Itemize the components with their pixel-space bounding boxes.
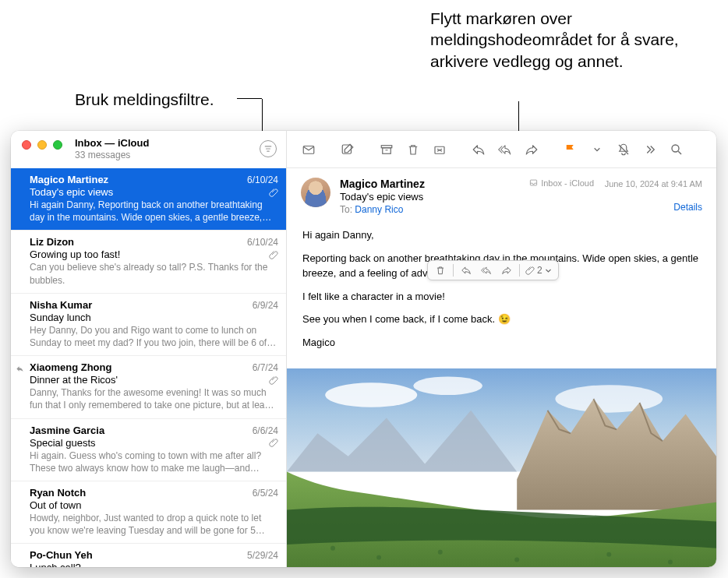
msg-preview: Can you believe she's already so tall? P… <box>30 261 278 286</box>
flag-menu-button[interactable] <box>586 140 608 159</box>
message-list-item[interactable]: Nisha Kumar6/9/24Sunday lunchHey Danny, … <box>11 294 286 356</box>
divider <box>519 264 520 277</box>
flag-button[interactable] <box>560 140 581 159</box>
message-list[interactable]: Magico Martinez6/10/24Today's epic views… <box>11 168 286 567</box>
message-header-wrap: Magico Martinez Today's epic views To: D… <box>287 168 716 221</box>
header-mailbox[interactable]: Inbox - iCloud <box>529 178 594 188</box>
message-list-item[interactable]: Magico Martinez6/10/24Today's epic views… <box>11 168 286 231</box>
flag-icon <box>564 143 578 157</box>
msg-date: 5/29/24 <box>247 550 278 561</box>
message-attachment-image[interactable] <box>287 368 716 567</box>
msg-sender: Magico Martinez <box>30 174 247 185</box>
svg-point-10 <box>555 385 663 412</box>
filter-button[interactable] <box>260 140 277 157</box>
body-paragraph: Magico <box>302 335 701 351</box>
msg-preview: Danny, Thanks for the awesome evening! I… <box>30 386 278 411</box>
header-to-label: To: <box>340 204 352 215</box>
message-header: Magico Martinez Today's epic views To: D… <box>287 168 716 221</box>
reply-button[interactable] <box>468 140 489 159</box>
hover-attachments-button[interactable]: 2 <box>522 265 555 276</box>
message-list-pane: Inbox — iCloud 33 messages Magico Martin… <box>11 131 287 567</box>
msg-preview: Howdy, neighbor, Just wanted to drop a q… <box>30 512 278 537</box>
message-list-item[interactable]: Xiaomeng Zhong6/7/24Dinner at the Ricos'… <box>11 356 286 418</box>
msg-sender: Po-Chun Yeh <box>30 549 247 561</box>
replied-icon <box>16 365 24 373</box>
sender-avatar[interactable] <box>301 178 330 207</box>
message-list-item[interactable]: Ryan Notch6/5/24Out of townHowdy, neighb… <box>11 481 286 544</box>
hover-reply-button[interactable] <box>457 263 475 278</box>
window-controls <box>22 137 62 150</box>
reply-all-icon <box>498 143 512 157</box>
body-paragraph: Hi again Danny, <box>302 227 701 243</box>
body-paragraph: See you when I come back, if I come back… <box>302 312 701 327</box>
paperclip-icon <box>269 250 278 259</box>
paperclip-icon <box>269 375 278 385</box>
delete-button[interactable] <box>402 140 424 159</box>
annotation-right: Flytt markøren over meldingshodeområdet … <box>430 8 695 72</box>
header-to-name[interactable]: Danny Rico <box>355 204 403 215</box>
attachment-count: 2 <box>537 265 542 276</box>
search-button[interactable] <box>666 140 687 159</box>
bell-slash-icon <box>617 143 631 157</box>
msg-subject: Sunday lunch <box>30 312 278 323</box>
header-date: June 10, 2024 at 9:41 AM <box>605 179 702 189</box>
header-text: Magico Martinez Today's epic views To: D… <box>340 178 520 215</box>
msg-sender: Liz Dizon <box>30 236 247 248</box>
svg-point-16 <box>668 560 673 565</box>
annotation-left: Bruk meldingsfiltre. <box>75 89 214 110</box>
msg-preview: Hi again Danny, Reporting back on anothe… <box>30 199 278 224</box>
svg-rect-3 <box>383 147 391 153</box>
trash-icon <box>435 265 446 276</box>
svg-point-15 <box>606 552 611 557</box>
msg-subject: Growing up too fast! <box>30 248 266 260</box>
hover-forward-button[interactable] <box>497 263 516 278</box>
compose-icon <box>341 143 355 157</box>
envelope-icon <box>302 143 316 157</box>
body-paragraph: I felt like a character in a movie! <box>302 289 701 305</box>
hover-reply-all-button[interactable] <box>477 263 496 278</box>
archive-button[interactable] <box>376 140 398 159</box>
mute-button[interactable] <box>613 140 634 159</box>
header-details-link[interactable]: Details <box>529 202 702 213</box>
chevron-down-icon <box>593 146 601 153</box>
forward-icon <box>525 143 539 157</box>
msg-date: 6/7/24 <box>253 362 278 373</box>
message-list-item[interactable]: Jasmine Garcia6/6/24Special guestsHi aga… <box>11 419 286 481</box>
more-toolbar-button[interactable] <box>639 140 661 159</box>
junk-icon <box>433 143 447 157</box>
msg-sender: Ryan Notch <box>30 487 253 499</box>
forward-button[interactable] <box>521 140 542 159</box>
hover-action-toolbar: 2 <box>427 260 559 280</box>
junk-button[interactable] <box>429 140 451 159</box>
mail-window: Inbox — iCloud 33 messages Magico Martin… <box>11 131 716 567</box>
forward-icon <box>501 265 512 276</box>
msg-date: 6/10/24 <box>247 174 278 185</box>
reply-all-icon <box>481 265 492 276</box>
landscape-image <box>287 368 716 567</box>
msg-date: 6/9/24 <box>253 300 278 311</box>
trash-icon <box>406 143 420 157</box>
svg-point-11 <box>330 546 335 551</box>
close-button[interactable] <box>22 140 31 150</box>
get-mail-button[interactable] <box>298 140 320 159</box>
message-list-item[interactable]: Liz Dizon6/10/24Growing up too fast!Can … <box>11 231 286 293</box>
compose-button[interactable] <box>337 140 359 159</box>
message-list-item[interactable]: Po-Chun Yeh5/29/24Lunch call?Think you'l… <box>11 544 286 567</box>
header-right: Inbox - iCloud June 10, 2024 at 9:41 AM … <box>529 178 702 213</box>
msg-sender: Xiaomeng Zhong <box>30 361 253 373</box>
reply-all-button[interactable] <box>494 140 516 159</box>
reply-icon <box>472 143 486 157</box>
message-content-pane: Magico Martinez Today's epic views To: D… <box>287 131 716 567</box>
msg-date: 6/6/24 <box>253 425 278 436</box>
msg-sender: Nisha Kumar <box>30 299 253 311</box>
mailbox-title: Inbox — iCloud <box>75 137 260 149</box>
svg-point-13 <box>438 550 443 555</box>
callout-line-left-h <box>237 98 262 99</box>
archive-icon <box>380 143 394 157</box>
msg-preview: Hi again. Guess who's coming to town wit… <box>30 449 278 474</box>
minimize-button[interactable] <box>37 140 47 150</box>
hover-delete-button[interactable] <box>431 263 450 278</box>
svg-point-8 <box>325 382 417 407</box>
maximize-button[interactable] <box>53 140 62 150</box>
msg-date: 6/5/24 <box>253 488 278 499</box>
